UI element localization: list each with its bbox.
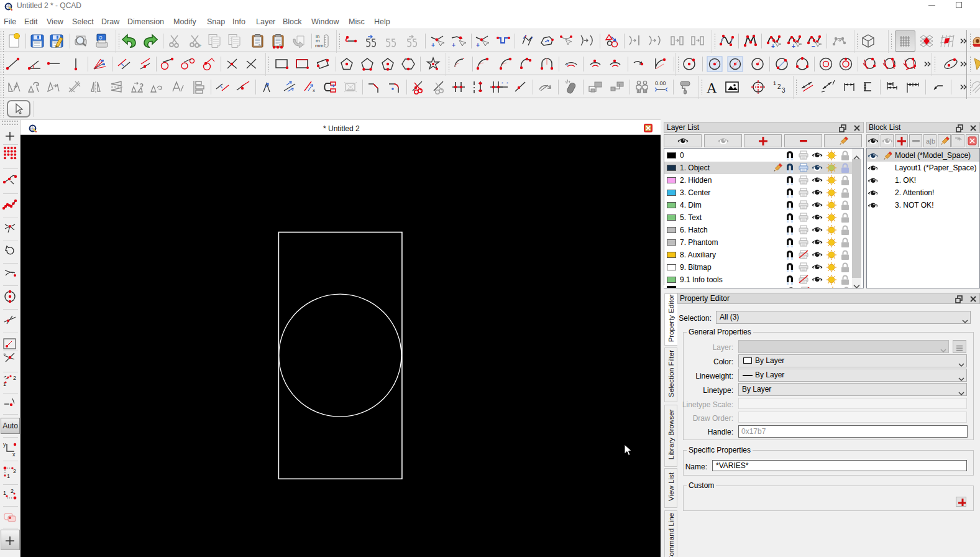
svg-text:x: x (313, 88, 315, 93)
svg-text:1: 1 (773, 80, 776, 86)
svg-text:mm: mm (315, 43, 324, 48)
svg-text:A: A (707, 80, 717, 95)
svg-text:2: 2 (13, 375, 16, 381)
svg-text:+: + (198, 43, 201, 49)
svg-text:3: 3 (782, 87, 785, 94)
svg-text:2: 2 (11, 488, 14, 494)
svg-text:0.00: 0.00 (655, 80, 666, 86)
svg-text:1: 1 (7, 473, 10, 479)
svg-text:+: + (771, 43, 775, 49)
svg-text:+: + (476, 42, 480, 48)
svg-text:1: 1 (3, 490, 6, 496)
svg-text:Q: Q (99, 35, 103, 40)
svg-text:x: x (12, 451, 16, 457)
svg-text:2: 2 (777, 83, 781, 90)
svg-text:2: 2 (13, 468, 16, 474)
svg-text:+: + (792, 43, 795, 49)
svg-text:*: * (506, 81, 508, 86)
svg-text:+: + (452, 42, 456, 48)
svg-text:−: − (812, 43, 815, 49)
svg-text:y: y (3, 441, 6, 448)
svg-text:a|b: a|b (926, 137, 935, 145)
svg-text:+: + (431, 42, 435, 48)
